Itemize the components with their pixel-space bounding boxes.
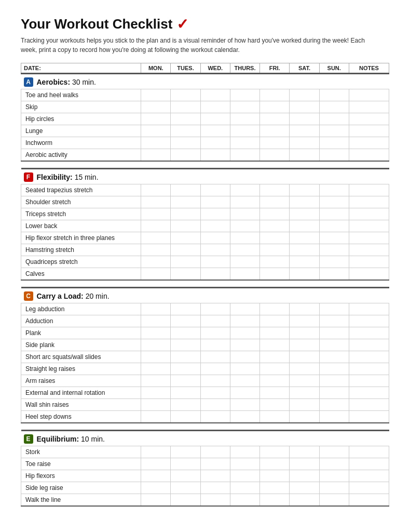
exercise-cell-flexibility-5-0[interactable] [141, 244, 171, 256]
exercise-cell-flexibility-6-3[interactable] [230, 256, 259, 268]
exercise-cell-aerobics-4-1[interactable] [171, 137, 200, 149]
exercise-cell-flexibility-0-3[interactable] [230, 184, 259, 196]
exercise-cell-flexibility-4-4[interactable] [260, 232, 290, 244]
exercise-cell-carry-0-4[interactable] [260, 303, 290, 315]
exercise-cell-carry-9-0[interactable] [141, 411, 171, 423]
exercise-cell-carry-0-3[interactable] [230, 303, 259, 315]
exercise-cell-equilibrium-4-3[interactable] [230, 494, 259, 507]
exercise-cell-carry-8-1[interactable] [171, 399, 200, 411]
exercise-cell-flexibility-0-2[interactable] [200, 184, 230, 196]
exercise-cell-carry-6-1[interactable] [171, 375, 200, 387]
exercise-cell-equilibrium-0-5[interactable] [290, 446, 319, 458]
exercise-cell-carry-3-2[interactable] [200, 339, 230, 351]
exercise-notes-flexibility-3[interactable] [349, 220, 389, 232]
exercise-cell-flexibility-5-4[interactable] [260, 244, 290, 256]
exercise-cell-equilibrium-1-4[interactable] [260, 458, 290, 470]
exercise-notes-aerobics-0[interactable] [349, 89, 389, 101]
exercise-cell-aerobics-2-1[interactable] [171, 113, 200, 125]
exercise-cell-flexibility-6-0[interactable] [141, 256, 171, 268]
exercise-notes-equilibrium-2[interactable] [349, 470, 389, 482]
exercise-cell-carry-6-2[interactable] [200, 375, 230, 387]
exercise-notes-carry-1[interactable] [349, 315, 389, 327]
exercise-cell-equilibrium-1-3[interactable] [230, 458, 259, 470]
exercise-cell-carry-1-0[interactable] [141, 315, 171, 327]
exercise-cell-aerobics-3-2[interactable] [200, 125, 230, 137]
exercise-cell-carry-4-4[interactable] [260, 351, 290, 363]
exercise-cell-aerobics-0-5[interactable] [290, 89, 319, 101]
exercise-cell-flexibility-2-2[interactable] [200, 208, 230, 220]
exercise-cell-aerobics-5-4[interactable] [260, 149, 290, 162]
exercise-cell-carry-8-5[interactable] [290, 399, 319, 411]
exercise-cell-flexibility-6-5[interactable] [290, 256, 319, 268]
exercise-cell-equilibrium-3-5[interactable] [290, 482, 319, 494]
exercise-cell-aerobics-4-4[interactable] [260, 137, 290, 149]
exercise-cell-equilibrium-0-1[interactable] [171, 446, 200, 458]
exercise-cell-aerobics-5-5[interactable] [290, 149, 319, 162]
exercise-cell-flexibility-2-5[interactable] [290, 208, 319, 220]
exercise-cell-carry-9-3[interactable] [230, 411, 259, 423]
exercise-cell-aerobics-1-0[interactable] [141, 101, 171, 113]
exercise-cell-carry-5-1[interactable] [171, 363, 200, 375]
exercise-cell-equilibrium-3-4[interactable] [260, 482, 290, 494]
exercise-cell-aerobics-3-0[interactable] [141, 125, 171, 137]
exercise-cell-aerobics-2-4[interactable] [260, 113, 290, 125]
exercise-notes-carry-0[interactable] [349, 303, 389, 315]
exercise-cell-carry-4-5[interactable] [290, 351, 319, 363]
exercise-cell-equilibrium-4-6[interactable] [319, 494, 349, 507]
exercise-cell-carry-5-4[interactable] [260, 363, 290, 375]
exercise-cell-flexibility-7-5[interactable] [290, 268, 319, 281]
exercise-cell-carry-4-2[interactable] [200, 351, 230, 363]
exercise-cell-carry-3-0[interactable] [141, 339, 171, 351]
exercise-cell-carry-6-6[interactable] [319, 375, 349, 387]
exercise-cell-flexibility-7-4[interactable] [260, 268, 290, 281]
exercise-cell-equilibrium-2-1[interactable] [171, 470, 200, 482]
exercise-notes-flexibility-7[interactable] [349, 268, 389, 281]
exercise-cell-carry-5-2[interactable] [200, 363, 230, 375]
exercise-cell-aerobics-4-0[interactable] [141, 137, 171, 149]
exercise-cell-carry-0-1[interactable] [171, 303, 200, 315]
exercise-cell-carry-0-2[interactable] [200, 303, 230, 315]
exercise-notes-flexibility-1[interactable] [349, 196, 389, 208]
exercise-notes-equilibrium-4[interactable] [349, 494, 389, 507]
exercise-cell-flexibility-7-0[interactable] [141, 268, 171, 281]
exercise-cell-aerobics-3-5[interactable] [290, 125, 319, 137]
exercise-cell-carry-8-0[interactable] [141, 399, 171, 411]
exercise-cell-aerobics-3-6[interactable] [319, 125, 349, 137]
exercise-cell-carry-5-6[interactable] [319, 363, 349, 375]
exercise-cell-carry-9-2[interactable] [200, 411, 230, 423]
exercise-cell-aerobics-4-2[interactable] [200, 137, 230, 149]
exercise-cell-aerobics-2-2[interactable] [200, 113, 230, 125]
exercise-cell-aerobics-2-6[interactable] [319, 113, 349, 125]
exercise-cell-equilibrium-0-2[interactable] [200, 446, 230, 458]
exercise-cell-aerobics-1-4[interactable] [260, 101, 290, 113]
exercise-cell-flexibility-6-4[interactable] [260, 256, 290, 268]
exercise-cell-flexibility-1-1[interactable] [171, 196, 200, 208]
exercise-cell-flexibility-4-0[interactable] [141, 232, 171, 244]
exercise-cell-carry-0-5[interactable] [290, 303, 319, 315]
exercise-cell-carry-4-3[interactable] [230, 351, 259, 363]
exercise-cell-aerobics-1-5[interactable] [290, 101, 319, 113]
exercise-cell-aerobics-1-2[interactable] [200, 101, 230, 113]
exercise-cell-aerobics-0-1[interactable] [171, 89, 200, 101]
exercise-cell-flexibility-6-1[interactable] [171, 256, 200, 268]
exercise-cell-equilibrium-3-0[interactable] [141, 482, 171, 494]
exercise-cell-equilibrium-0-0[interactable] [141, 446, 171, 458]
exercise-cell-equilibrium-4-4[interactable] [260, 494, 290, 507]
exercise-cell-flexibility-0-6[interactable] [319, 184, 349, 196]
exercise-cell-flexibility-7-1[interactable] [171, 268, 200, 281]
exercise-cell-equilibrium-4-2[interactable] [200, 494, 230, 507]
exercise-cell-carry-9-4[interactable] [260, 411, 290, 423]
exercise-cell-aerobics-5-1[interactable] [171, 149, 200, 162]
exercise-cell-carry-7-2[interactable] [200, 387, 230, 399]
exercise-cell-aerobics-2-5[interactable] [290, 113, 319, 125]
exercise-cell-aerobics-1-6[interactable] [319, 101, 349, 113]
exercise-cell-equilibrium-0-3[interactable] [230, 446, 259, 458]
exercise-cell-carry-3-4[interactable] [260, 339, 290, 351]
exercise-cell-carry-9-5[interactable] [290, 411, 319, 423]
exercise-cell-carry-9-6[interactable] [319, 411, 349, 423]
exercise-notes-carry-4[interactable] [349, 351, 389, 363]
exercise-cell-flexibility-2-1[interactable] [171, 208, 200, 220]
exercise-notes-carry-8[interactable] [349, 399, 389, 411]
exercise-cell-flexibility-4-1[interactable] [171, 232, 200, 244]
exercise-cell-equilibrium-3-6[interactable] [319, 482, 349, 494]
